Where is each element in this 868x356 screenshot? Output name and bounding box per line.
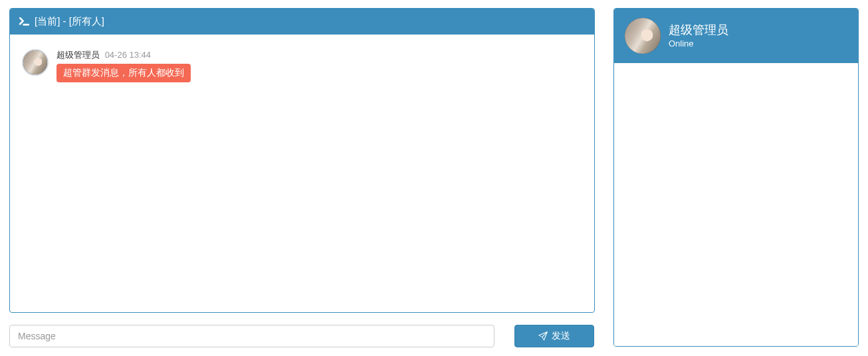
chat-panel: [当前] - [所有人] 超级管理员 04-26 13:44 超管群发消息，所有… (9, 8, 595, 313)
user-panel-header: 超级管理员 Online (614, 9, 858, 63)
user-list[interactable] (614, 63, 858, 346)
user-status: Online (669, 39, 728, 48)
avatar (22, 49, 49, 76)
user-panel: 超级管理员 Online (613, 8, 859, 347)
message-sender: 超级管理员 (56, 50, 100, 60)
terminal-icon (19, 17, 29, 26)
user-name: 超级管理员 (669, 23, 728, 38)
send-button-label: 发送 (552, 330, 570, 342)
chat-header-title: [当前] - [所有人] (35, 15, 104, 28)
message-input[interactable] (9, 325, 494, 347)
chat-message: 超级管理员 04-26 13:44 超管群发消息，所有人都收到 (22, 49, 582, 82)
message-timestamp: 04-26 13:44 (105, 50, 151, 60)
chat-panel-header: [当前] - [所有人] (10, 9, 594, 35)
message-meta: 超级管理员 04-26 13:44 (56, 49, 191, 61)
send-button[interactable]: 发送 (514, 325, 594, 347)
composer-row: 发送 (9, 325, 595, 347)
avatar (625, 18, 661, 54)
chat-message-list[interactable]: 超级管理员 04-26 13:44 超管群发消息，所有人都收到 (10, 35, 594, 312)
paper-plane-icon (538, 331, 548, 341)
message-text: 超管群发消息，所有人都收到 (56, 64, 191, 82)
